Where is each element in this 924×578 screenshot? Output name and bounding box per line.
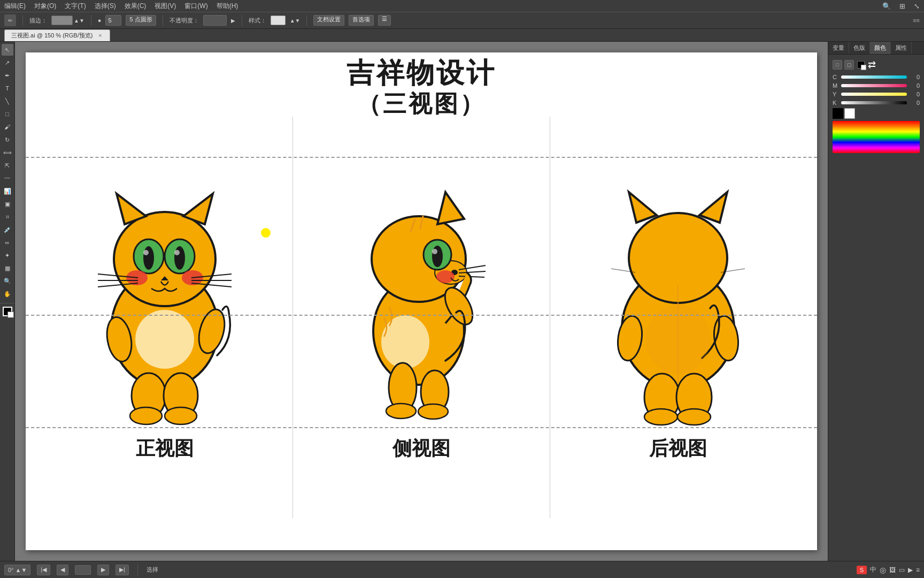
opacity-label: 不透明度： bbox=[170, 17, 199, 25]
tool-hand[interactable]: ✋ bbox=[2, 288, 13, 300]
tool-pen[interactable]: ✒ bbox=[2, 70, 13, 81]
canvas-page: 吉祥物设计 （三视图） bbox=[26, 52, 817, 550]
m-label: M bbox=[833, 82, 839, 89]
tool-zoom[interactable]: 🔍 bbox=[2, 275, 13, 287]
extra-btn[interactable]: ☰ bbox=[378, 15, 391, 26]
menu-window[interactable]: 窗口(W) bbox=[184, 2, 207, 11]
tool-rotate[interactable]: ↻ bbox=[2, 134, 13, 146]
m-value: 0 bbox=[909, 82, 920, 89]
tool-slice[interactable]: ⌗ bbox=[2, 211, 13, 223]
divider-2 bbox=[91, 15, 91, 26]
svg-point-57 bbox=[644, 409, 677, 425]
m-row: M 0 bbox=[833, 82, 920, 89]
tab-color[interactable]: 颜色 bbox=[870, 42, 891, 54]
wps-icon-mic[interactable]: 中 bbox=[870, 565, 876, 574]
tab-close-btn[interactable]: × bbox=[97, 33, 103, 39]
doc-settings-btn[interactable]: 文档设置 bbox=[313, 15, 344, 26]
toolbar: ✏ 描边： ▲▼ ● 5 点圆形 不透明度： 100% ▶ 样式： ▲▼ 文档设… bbox=[0, 12, 924, 29]
tool-eyedropper[interactable]: 💉 bbox=[2, 224, 13, 235]
tool-scale[interactable]: ⇱ bbox=[2, 159, 13, 171]
cat-side-svg bbox=[352, 173, 491, 430]
tab-properties[interactable]: 属性 bbox=[891, 42, 912, 54]
cmyk-section: C 0 M 0 Y 0 K 0 bbox=[833, 74, 920, 106]
title-main: 吉祥物设计 bbox=[26, 58, 817, 88]
svg-marker-49 bbox=[699, 192, 727, 223]
preferences-btn[interactable]: 首选项 bbox=[349, 15, 374, 26]
wps-icon-rect[interactable]: ▭ bbox=[899, 566, 905, 574]
shape-rounded-icon[interactable]: ▢ bbox=[844, 60, 854, 70]
page-prev-btn[interactable]: |◀ bbox=[37, 565, 50, 575]
left-tools-panel: ↖ ↗ ✒ T ╲ □ 🖌 ↻ ⟺ ⇱ 〰 📊 ▣ ⌗ 💉 ∞ ✦ ▦ 🔍 ✋ bbox=[0, 42, 15, 561]
tool-pencil[interactable]: ✏ bbox=[4, 14, 16, 26]
svg-point-9 bbox=[174, 250, 180, 255]
cats-container: 正视图 bbox=[26, 117, 817, 518]
menu-effect[interactable]: 效果(C) bbox=[125, 2, 147, 11]
black-swatch[interactable] bbox=[833, 108, 843, 119]
shape-rect-icon[interactable]: □ bbox=[833, 60, 842, 70]
rotation-control[interactable]: 0° ▲▼ bbox=[4, 565, 30, 575]
cat-back-figure bbox=[603, 173, 753, 430]
title-sub: （三视图） bbox=[26, 88, 817, 120]
bw-swatch-row bbox=[833, 108, 920, 119]
tool-line[interactable]: ╲ bbox=[2, 95, 13, 107]
page-next-btn[interactable]: ▶ bbox=[97, 565, 109, 575]
svg-point-24 bbox=[130, 407, 162, 424]
divider-cats-2 bbox=[550, 117, 550, 518]
tool-artboard[interactable]: ▣ bbox=[2, 198, 13, 210]
c-value: 0 bbox=[909, 74, 920, 80]
k-value: 0 bbox=[909, 100, 920, 106]
menu-select[interactable]: 选择(S) bbox=[95, 2, 116, 11]
tool-rect[interactable]: □ bbox=[2, 108, 13, 120]
wps-icon-menu[interactable]: ≡ bbox=[916, 566, 920, 574]
wps-icon-circle[interactable]: ◎ bbox=[880, 566, 886, 574]
search-icon[interactable]: 🔍 bbox=[882, 2, 891, 10]
tool-warp[interactable]: 〰 bbox=[2, 172, 13, 184]
tool-type[interactable]: T bbox=[2, 82, 13, 94]
menu-text[interactable]: 文字(T) bbox=[65, 2, 86, 11]
svg-point-45 bbox=[418, 404, 448, 419]
wps-icon-img[interactable]: 🖼 bbox=[889, 566, 896, 574]
tool-symbol[interactable]: ✦ bbox=[2, 249, 13, 261]
wps-icon-s[interactable]: S bbox=[857, 566, 867, 574]
file-tab[interactable]: 三视图.ai @ 150 % (RGB/预览) × bbox=[4, 29, 110, 41]
tool-blend[interactable]: ∞ bbox=[2, 237, 13, 248]
k-slider[interactable] bbox=[841, 101, 907, 104]
y-slider[interactable] bbox=[841, 93, 907, 96]
tab-swatches[interactable]: 色版 bbox=[849, 42, 870, 54]
wps-icons: S 中 ◎ 🖼 ▭ ▶ ≡ bbox=[857, 565, 920, 574]
menu-help[interactable]: 帮助(H) bbox=[217, 2, 238, 11]
right-panel: 变量 色版 颜色 属性 □ ▢ ⇄ C 0 M 0 bbox=[828, 42, 924, 561]
tool-select[interactable]: ↖ bbox=[2, 44, 13, 56]
tool-brush[interactable]: 🖌 bbox=[2, 121, 13, 133]
opacity-input[interactable]: 100% bbox=[203, 15, 227, 26]
tool-direct-select[interactable]: ↗ bbox=[2, 57, 13, 69]
cat-back-section: 后视图 bbox=[556, 173, 801, 462]
menu-edit[interactable]: 编辑(E) bbox=[4, 2, 26, 11]
stroke-fill-icon[interactable] bbox=[856, 60, 866, 70]
tab-bar: 三视图.ai @ 150 % (RGB/预览) × bbox=[0, 29, 924, 42]
tool-mirror[interactable]: ⟺ bbox=[2, 147, 13, 158]
white-swatch[interactable] bbox=[844, 108, 855, 119]
back-label: 后视图 bbox=[649, 436, 707, 462]
resize-icon[interactable]: ⤡ bbox=[914, 2, 920, 10]
tool-graph[interactable]: 📊 bbox=[2, 185, 13, 197]
tool-column[interactable]: ▦ bbox=[2, 262, 13, 274]
tool-mode-label: 选择 bbox=[147, 566, 158, 574]
c-slider[interactable] bbox=[841, 75, 907, 79]
svg-point-31 bbox=[432, 246, 443, 267]
right-panel-content: □ ▢ ⇄ C 0 M 0 Y 0 bbox=[828, 55, 924, 157]
page-number-input[interactable]: 8 bbox=[75, 565, 91, 575]
wps-icon-play[interactable]: ▶ bbox=[908, 566, 913, 574]
point-shape-select[interactable]: 5 点圆形 bbox=[126, 15, 156, 26]
style-label: 样式： bbox=[249, 17, 266, 25]
point-size-input[interactable] bbox=[105, 15, 121, 26]
m-slider[interactable] bbox=[841, 84, 907, 87]
color-spectrum[interactable] bbox=[833, 121, 920, 153]
menu-view[interactable]: 视图(V) bbox=[155, 2, 176, 11]
swap-colors-icon[interactable]: ⇄ bbox=[868, 59, 876, 71]
menu-object[interactable]: 对象(O) bbox=[34, 2, 56, 11]
tab-variables[interactable]: 变量 bbox=[828, 42, 849, 54]
page-prev2-btn[interactable]: ◀ bbox=[57, 565, 68, 575]
page-next2-btn[interactable]: ▶| bbox=[116, 565, 129, 575]
grid-icon[interactable]: ⊞ bbox=[899, 2, 905, 10]
